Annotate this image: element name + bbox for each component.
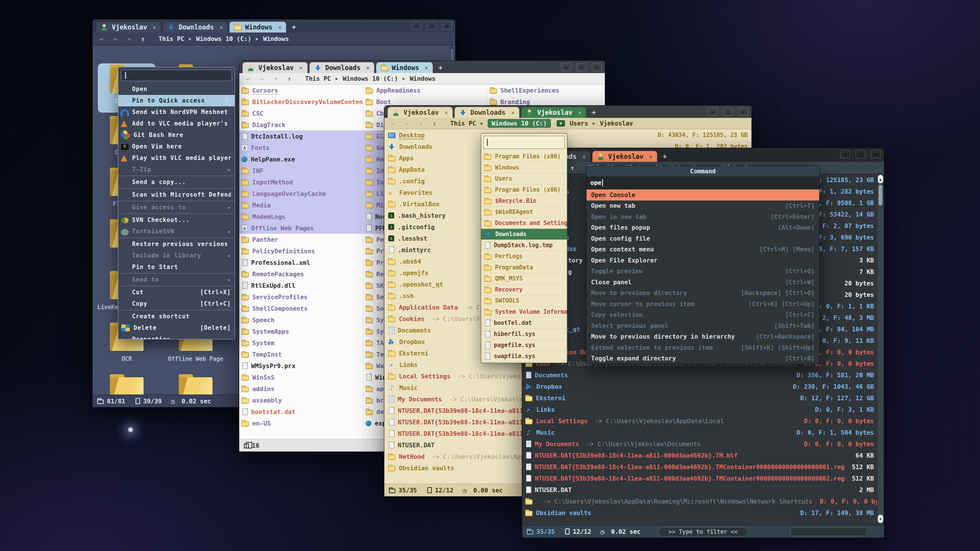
dropdown-item-documents-and-settings[interactable]: Documents and Settings bbox=[481, 218, 567, 229]
close-button[interactable]: ✕ bbox=[442, 22, 452, 30]
tab-close-icon[interactable]: ✕ bbox=[153, 24, 156, 30]
menu-filter-input[interactable] bbox=[121, 70, 232, 81]
file-row-policydefinitions[interactable]: PolicyDefinitions bbox=[239, 245, 363, 257]
forward-button[interactable]: ↪ bbox=[110, 35, 120, 43]
menu-item-send-a-copy[interactable]: Send a copy... bbox=[118, 176, 235, 188]
menu-item-open-vim-here[interactable]: Open Vim here bbox=[118, 141, 235, 152]
tab-close-icon[interactable]: ✕ bbox=[649, 153, 652, 160]
tab-downloads[interactable]: Downloads✕ bbox=[454, 107, 520, 118]
minimize-button[interactable]: — bbox=[840, 150, 850, 158]
file-row-shellexperiences[interactable]: ShellExperiences bbox=[487, 85, 605, 96]
back-button[interactable]: ↩ bbox=[96, 35, 106, 43]
file-row-ntuser-dat-53b39e88-18c4-11ea-a811-000d3aa4692b-tmcontainer00000000000000000002-regtrans-ms[interactable]: NTUSER.DAT{53b39e88-18c4-11ea-a811-000d3… bbox=[522, 473, 877, 484]
command-input[interactable]: ope bbox=[586, 176, 819, 189]
scrollbar[interactable]: ▲ ▼ bbox=[878, 175, 883, 523]
file-row-tempinst[interactable]: TempInst bbox=[239, 349, 363, 360]
tab-vjekoslav[interactable]: Vjekoslav✕ bbox=[242, 62, 308, 73]
up-button[interactable]: ↑ bbox=[284, 75, 294, 83]
palette-item-open-context-menu[interactable]: Open context menu[Ctrl+M] [Menu] bbox=[586, 244, 819, 255]
file-row-en-us[interactable]: en-US bbox=[239, 417, 363, 429]
palette-item-open-new-tab[interactable]: Open new tab[Ctrl+T] bbox=[586, 201, 819, 212]
forward-button[interactable]: ↪ bbox=[402, 120, 412, 127]
menu-item-7-zip[interactable]: 7-Zip▶ bbox=[118, 164, 235, 175]
file-row-csc[interactable]: CSC bbox=[239, 108, 363, 119]
breadcrumb-item-windows[interactable]: Windows bbox=[263, 35, 289, 42]
menu-item-open[interactable]: Open bbox=[118, 83, 235, 95]
history-button[interactable]: ▾ bbox=[271, 75, 281, 83]
menu-item-include-in-library[interactable]: Include in library▶ bbox=[118, 250, 235, 261]
tab-close-icon[interactable]: ✕ bbox=[582, 153, 585, 160]
breadcrumb[interactable]: This PC▶Windows 10 (C:)▶Windows bbox=[300, 75, 436, 82]
menu-item-add-to-vlc-media-player-s-playlist[interactable]: Add to VLC media player's Playlist bbox=[118, 118, 235, 129]
history-button[interactable]: ▾ bbox=[124, 35, 134, 43]
back-button[interactable]: ↩ bbox=[243, 75, 253, 83]
file-row-my-documents[interactable]: My Documents-> C:\Users\Vjekoslav\Docume… bbox=[522, 438, 877, 450]
dropdown-item-recycle-bin[interactable]: $Recycle.Bin bbox=[481, 196, 567, 207]
palette-item-toggle-expand-directory[interactable]: Toggle expand directory[Ctrl+B] bbox=[586, 353, 819, 364]
palette-item-open-files-popup[interactable]: Open files popup[Alt+Down] bbox=[586, 222, 819, 233]
palette-item-open-file-explorer[interactable]: Open File Explorer bbox=[586, 255, 819, 266]
breadcrumb[interactable]: This PC▶Windows 10 (C:)▶Windows bbox=[153, 35, 289, 42]
dropdown-item-swtools[interactable]: SWTOOLS bbox=[481, 295, 567, 306]
tab-windows[interactable]: Windows✕ bbox=[229, 21, 286, 33]
file-row-eksterni[interactable]: EksterniD: 12, F: 127, 12 GB bbox=[522, 392, 877, 404]
dropdown-filter-input[interactable] bbox=[483, 136, 565, 149]
menu-item-pin-to-start[interactable]: Pin to Start bbox=[118, 261, 235, 273]
new-tab-button[interactable]: + bbox=[659, 151, 671, 162]
up-button[interactable]: ↑ bbox=[567, 164, 577, 172]
palette-item-select-previous-panel[interactable]: Select previous panel[Shift+Tab] bbox=[586, 320, 819, 331]
tab-close-icon[interactable]: ✕ bbox=[425, 65, 428, 71]
palette-item-move-cursor-to-previous-item[interactable]: Move cursor to previous item[Ctrl+K] [Ct… bbox=[586, 298, 819, 310]
palette-item-toggle-preview[interactable]: Toggle preview[Ctrl+Q] bbox=[586, 266, 819, 277]
tab-close-icon[interactable]: ✕ bbox=[220, 24, 223, 30]
maximize-button[interactable]: ▢ bbox=[577, 63, 586, 71]
breadcrumb-item-windows-10-c[interactable]: Windows 10 (C:) bbox=[343, 75, 398, 82]
close-button[interactable]: ✕ bbox=[738, 108, 748, 116]
file-row-winsxs[interactable]: WinSxS bbox=[239, 372, 363, 383]
scroll-thumb[interactable] bbox=[879, 185, 882, 205]
menu-item-delete[interactable]: Delete[Delete] bbox=[118, 322, 235, 334]
palette-item-open-console[interactable]: Open Console bbox=[586, 189, 819, 201]
dropdown-item-dumpstack-log-tmp[interactable]: DumpStack.log.tmp bbox=[481, 240, 567, 251]
menu-item-cut[interactable]: Cut[Ctrl+X] bbox=[118, 287, 235, 298]
file-row-bitlockerdiscoveryvolumecontents[interactable]: BitLockerDiscoveryVolumeContents bbox=[239, 96, 363, 108]
scroll-down-icon[interactable]: ▼ bbox=[878, 515, 883, 523]
tab-vjekoslav[interactable]: Vjekoslav✕ bbox=[521, 107, 586, 118]
file-row-dropbox[interactable]: DropboxD: 230, F: 1043, 46 GB bbox=[522, 381, 877, 392]
breadcrumb-item-this-pc[interactable]: This PC bbox=[450, 120, 476, 127]
file-row-addins[interactable]: addins bbox=[239, 383, 363, 395]
tab-close-icon[interactable]: ✕ bbox=[366, 65, 369, 71]
file-row-obsidian-vaults[interactable]: Obsidian vaultsD: 17, F: 149, 38 MB bbox=[522, 507, 877, 518]
file-row-assembly[interactable]: assembly bbox=[239, 395, 363, 406]
file-row-helppane-exe[interactable]: HelpPane.exe bbox=[239, 153, 363, 165]
type-to-filter-button[interactable]: >> Type to filter << bbox=[658, 527, 748, 536]
tab-close-icon[interactable]: ✕ bbox=[299, 65, 302, 71]
menu-item-scan-with-microsoft-defender[interactable]: Scan with Microsoft Defender... bbox=[118, 189, 235, 201]
close-button[interactable]: ✕ bbox=[871, 150, 881, 158]
tab-close-icon[interactable]: ✕ bbox=[511, 109, 514, 116]
breadcrumb-item-windows-10-c[interactable]: Windows 10 (C:) bbox=[196, 35, 252, 42]
dropdown-item-programdata[interactable]: ProgramData bbox=[481, 262, 567, 273]
forward-button[interactable]: ↪ bbox=[257, 75, 267, 83]
file-row-local-settings[interactable]: Local Settings-> C:\Users\Vjekoslav\AppD… bbox=[522, 415, 877, 427]
tab-close-icon[interactable]: ✕ bbox=[578, 109, 581, 116]
file-row-inf[interactable]: INF bbox=[239, 165, 363, 176]
dropdown-item-program-files-x86[interactable]: Program Files (x86) bbox=[481, 151, 567, 162]
back-button[interactable]: ↩ bbox=[388, 120, 398, 127]
file-row-music[interactable]: MusicD: 0, F: 1, 504 bytes bbox=[522, 427, 877, 438]
menu-item-properties[interactable]: Properties bbox=[118, 334, 235, 339]
new-tab-button[interactable]: + bbox=[288, 21, 300, 33]
file-row-documents[interactable]: DocumentsD: 356, F: 581, 20 MB bbox=[522, 369, 877, 381]
file-row-ntuser-dat-53b39e88-18c4-11ea-a811-000d3aa4692b-tmcontainer00000000000000000001-regtrans-ms[interactable]: NTUSER.DAT{53b39e88-18c4-11ea-a811-000d3… bbox=[522, 461, 877, 473]
minimize-button[interactable]: — bbox=[561, 63, 571, 71]
file-row-links[interactable]: LinksD: 0, F: 3, 1 KB bbox=[522, 404, 877, 415]
menu-item-give-access-to[interactable]: Give access to▶ bbox=[118, 202, 235, 213]
close-button[interactable]: ✕ bbox=[592, 63, 602, 71]
menu-item-restore-previous-versions[interactable]: Restore previous versions bbox=[118, 238, 235, 250]
file-row-system[interactable]: System bbox=[239, 337, 363, 349]
drive-dropdown-button[interactable]: ▼ bbox=[557, 120, 565, 127]
file-row-languageoverlaycache[interactable]: LanguageOverlayCache bbox=[239, 188, 363, 199]
breadcrumb-item-this-pc[interactable]: This PC bbox=[305, 75, 331, 82]
palette-item-close-panel[interactable]: Close panel[Ctrl+W] bbox=[586, 277, 819, 288]
file-row-ntuser-dat[interactable]: NTUSER.DAT2 MB bbox=[522, 484, 877, 496]
